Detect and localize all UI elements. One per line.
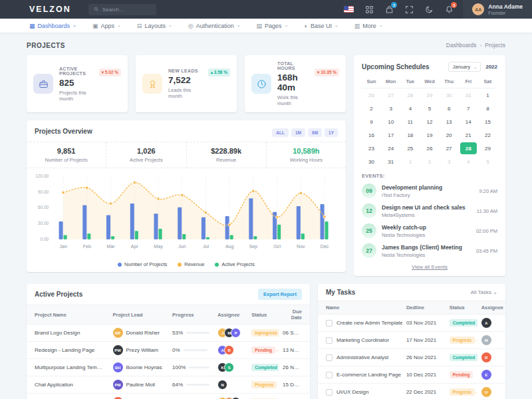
fullscreen-icon[interactable] [404, 5, 414, 14]
calendar-day[interactable]: 22 [479, 129, 496, 141]
project-name-cell: Create Wireframe [27, 394, 109, 399]
nav-item-pages[interactable]: ▤Pages⌄ [257, 23, 289, 29]
status-badge: Pending [450, 371, 473, 378]
svg-text:Mar: Mar [106, 244, 115, 249]
user-menu[interactable]: AA Anna Adame Founder [463, 0, 532, 19]
range-button-6m[interactable]: 6M [308, 128, 322, 137]
chevron-down-icon: ⌄ [493, 289, 497, 295]
column-header-status: Status [247, 305, 279, 325]
calendar-day[interactable]: 20 [441, 129, 458, 141]
tasks-filter-dropdown[interactable]: All Tasks ⌄ [471, 289, 497, 295]
svg-text:May: May [154, 244, 163, 249]
calendar-day[interactable]: 23 [363, 142, 380, 154]
calendar-day[interactable]: 6 [441, 102, 458, 114]
range-button-1m[interactable]: 1M [291, 128, 305, 137]
stat-delta-badge: ▴ 3.58 % [208, 68, 230, 76]
avatar-stack: KS [217, 362, 243, 372]
stat-value: 7,522 [168, 75, 202, 85]
nav-item-more[interactable]: ▥More⌄ [354, 23, 383, 29]
calendar-day[interactable]: 14 [460, 116, 477, 128]
stat-cards-row: ACTIVE PROJECTS825Projects this month▾ 5… [27, 55, 346, 112]
range-button-all[interactable]: ALL [272, 128, 289, 137]
calendar-day[interactable]: 8 [479, 102, 496, 114]
calendar-day[interactable]: 2 [421, 156, 438, 168]
nav-item-apps[interactable]: ▣Apps⌄ [92, 23, 121, 29]
calendar-day[interactable]: 10 [382, 116, 399, 128]
search-input[interactable]: Search... [88, 4, 156, 15]
calendar-day[interactable]: 4 [460, 156, 477, 168]
calendar-day[interactable]: 3 [382, 102, 399, 114]
calendar-day[interactable]: 19 [421, 129, 438, 141]
calendar-day[interactable]: 21 [460, 129, 477, 141]
export-report-button[interactable]: Export Report [258, 289, 302, 300]
calendar-day[interactable]: 31 [460, 89, 477, 101]
apps-grid-icon[interactable] [364, 5, 374, 14]
calendar-day[interactable]: 4 [402, 102, 418, 114]
calendar-day[interactable]: 3 [441, 156, 458, 168]
task-checkbox[interactable] [326, 372, 332, 378]
calendar-day[interactable]: 28 [402, 89, 418, 101]
calendar-day[interactable]: 13 [441, 116, 458, 128]
calendar-day[interactable]: 29 [421, 89, 438, 101]
calendar-day[interactable]: 17 [382, 129, 399, 141]
stat-subtitle: Leads this month [168, 87, 202, 99]
calendar-day[interactable]: 30 [441, 89, 458, 101]
month-select[interactable]: January ⌄ [448, 62, 481, 72]
task-checkbox[interactable] [326, 354, 332, 361]
chevron-down-icon: ⌄ [473, 65, 477, 69]
calendar-day[interactable]: 12 [421, 116, 438, 128]
calendar-day[interactable]: 5 [479, 156, 496, 168]
calendar-day[interactable]: 30 [363, 156, 380, 168]
dark-mode-moon-icon[interactable] [424, 5, 434, 14]
weekday-label: Sat [478, 76, 497, 88]
calendar-day[interactable]: 2 [363, 102, 380, 114]
task-checkbox[interactable] [326, 389, 332, 396]
calendar-day[interactable]: 9 [363, 116, 380, 128]
calendar-day[interactable]: 26 [421, 142, 438, 154]
language-flag-icon[interactable] [344, 6, 354, 13]
calendar-day[interactable]: 29 [479, 142, 496, 154]
weekday-label: Thu [440, 76, 459, 88]
task-checkbox[interactable] [326, 337, 332, 344]
calendar-day[interactable]: 24 [382, 142, 399, 154]
calendar-day[interactable]: 11 [402, 116, 418, 128]
progress-bar [184, 349, 207, 351]
notifications-badge: 3 [451, 2, 457, 8]
breadcrumb-separator: › [480, 43, 482, 49]
nav-item-dashboards[interactable]: ▦Dashboards⌄ [29, 23, 76, 29]
chart-legend: Number of ProjectsRevenueActive Projects [27, 261, 346, 272]
calendar-day[interactable]: 15 [479, 116, 496, 128]
nav-item-label: Layouts [144, 23, 166, 29]
calendar-day[interactable]: 27 [382, 89, 399, 101]
nav-item-layouts[interactable]: ⊟Layouts⌄ [137, 23, 172, 29]
cart-icon[interactable]: 5 [384, 5, 394, 14]
calendar-day-selected[interactable]: 28 [460, 142, 477, 154]
nav-item-authentication[interactable]: ◎Authentication⌄ [188, 23, 241, 29]
assignee-cell: R [477, 349, 505, 366]
event-time: 11:30 AM [477, 208, 497, 214]
calendar-day[interactable]: 26 [363, 89, 380, 101]
project-name-cell: Redesign - Landing Page [27, 342, 109, 359]
upcoming-schedules-card: Upcoming Schedules January ⌄ 2022 SunMon… [354, 55, 505, 276]
calendar-day[interactable]: 1 [479, 89, 496, 101]
briefcase-icon [33, 74, 53, 94]
calendar-day[interactable]: 7 [460, 102, 477, 114]
calendar-day[interactable]: 18 [402, 129, 418, 141]
notifications-bell-icon[interactable]: 3 [444, 5, 454, 14]
calendar-day[interactable]: 25 [402, 142, 418, 154]
calendar-day[interactable]: 31 [382, 156, 399, 168]
calendar-day[interactable]: 1 [402, 156, 418, 168]
task-checkbox[interactable] [326, 320, 332, 327]
calendar-day[interactable]: 27 [441, 142, 458, 154]
calendar-day[interactable]: 5 [421, 102, 438, 114]
range-button-1y[interactable]: 1Y [325, 128, 338, 137]
event-time: 9:20 AM [479, 188, 497, 194]
user-name: Anna Adame [488, 3, 523, 10]
view-all-events-link[interactable]: View all Events [362, 261, 497, 272]
nav-item-base-ui[interactable]: ◐Base UI⌄ [304, 23, 338, 29]
task-name-cell: UI/UX Design [318, 384, 402, 399]
status-cell: Completed [446, 315, 477, 332]
calendar-day[interactable]: 16 [363, 129, 380, 141]
progress-value: 64% [172, 382, 183, 388]
breadcrumb-item-dashboards[interactable]: Dashboards [446, 42, 477, 49]
